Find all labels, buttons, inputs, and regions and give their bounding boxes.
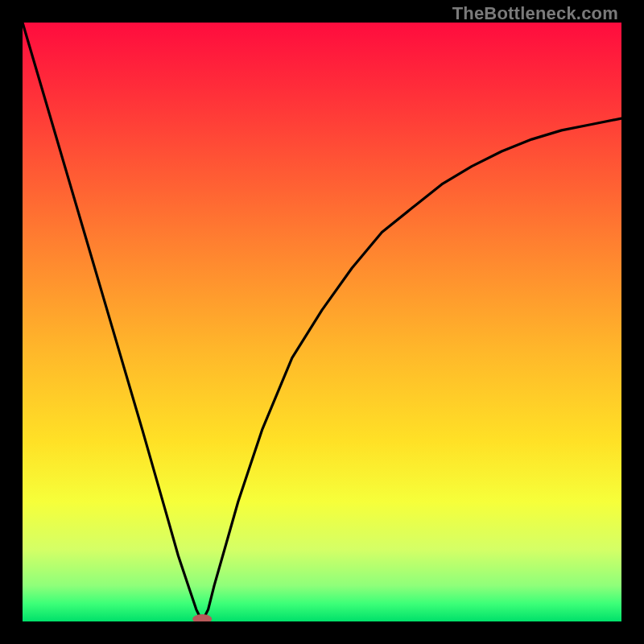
chart-frame: [23, 23, 621, 621]
chart-background-gradient: [23, 23, 621, 621]
watermark-text: TheBottleneck.com: [452, 3, 618, 24]
chart-svg: [23, 23, 621, 621]
